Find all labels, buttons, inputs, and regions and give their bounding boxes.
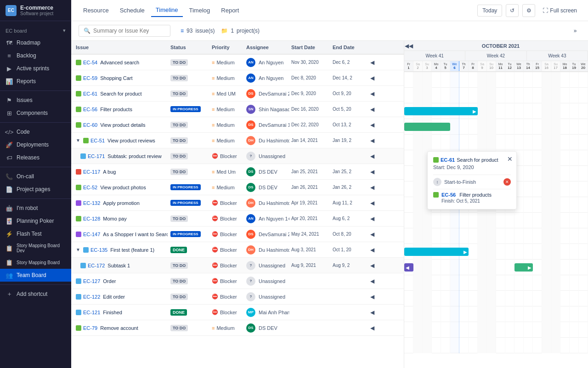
table-row: EC-52 View product photos IN PROGRESS ≡M…: [71, 180, 404, 195]
cell-expand-ec54[interactable]: ◀: [368, 59, 377, 66]
nav-report[interactable]: Report: [216, 4, 243, 17]
sidebar-item-reports[interactable]: 📊 Reports: [0, 75, 71, 88]
search-input[interactable]: [93, 28, 165, 34]
gantt-day-cell: We13: [514, 61, 524, 71]
issue-id: EC-79: [83, 325, 97, 331]
sidebar-item-backlog[interactable]: ≡ Backlog: [0, 49, 71, 62]
gantt-cell: [514, 291, 524, 306]
week41-header: Week 41: [404, 51, 465, 61]
board-section[interactable]: EC board ▾: [0, 25, 71, 36]
cell-expand-ec127[interactable]: ◀: [368, 278, 377, 284]
avatar: DH: [246, 136, 255, 145]
nav-resource[interactable]: Resource: [79, 4, 113, 17]
cell-startdate-ec122: [289, 295, 331, 299]
sidebar-item-active-sprints[interactable]: ▶ Active sprints: [0, 62, 71, 75]
sidebar-item-robot[interactable]: 🤖 I'm robot: [0, 202, 71, 215]
issue-id: EC-147: [83, 232, 100, 237]
gantt-cell: [542, 88, 551, 103]
gantt-cell: [542, 275, 551, 291]
cell-expand-ec122[interactable]: ◀: [368, 294, 377, 300]
cell-assignee-ec127: ?Unassigned: [243, 275, 289, 288]
gantt-cell: [459, 228, 469, 244]
sidebar-item-code[interactable]: </> Code: [0, 125, 71, 138]
cell-issue-ec60: EC-60 View product details: [71, 120, 168, 130]
sidebar-item-project-pages[interactable]: 📄 Project pages: [0, 183, 71, 196]
table-row: EC-117 A bug TO DO ≡Med Um DSDS DEV Jan …: [71, 164, 404, 180]
refresh-button[interactable]: ↺: [506, 4, 519, 17]
sidebar-item-deployments[interactable]: 🚀 Deployments: [0, 138, 71, 151]
gantt-bar-secondary[interactable]: ▶: [514, 263, 533, 272]
fullscreen-button[interactable]: ⛶ Full screen: [539, 6, 581, 16]
cell-expand-ec135[interactable]: ◀: [368, 247, 377, 253]
sidebar-item-team-board[interactable]: 👥 Team Board: [0, 269, 71, 282]
assignee-name: An Nguyen 1+: [259, 216, 289, 221]
cell-status-ec122: TO DO: [168, 292, 209, 302]
issue-title: Order: [103, 278, 116, 284]
cell-expand-ec56[interactable]: ◀: [368, 106, 377, 113]
cell-expand-ec61[interactable]: ◀: [368, 91, 377, 97]
gantt-row: [404, 88, 588, 103]
gantt-day-cell: Tu5: [441, 61, 450, 71]
cell-enddate-ec122: [331, 295, 368, 299]
cell-expand-ec128[interactable]: ◀: [368, 215, 377, 222]
cell-priority-ec122: ⛔Blocker: [209, 292, 243, 301]
nav-timelog[interactable]: Timelog: [185, 4, 215, 17]
gantt-cell: [524, 181, 533, 197]
releases-icon: 🏷: [6, 154, 13, 161]
sidebar-item-planning-poker[interactable]: 🃏 Planning Poker: [0, 215, 71, 227]
cell-expand-ec51[interactable]: ◀: [368, 137, 377, 144]
content-area: Issue Status Priority Assignee Start Dat…: [71, 41, 588, 368]
sidebar-item-roadmap[interactable]: 🗺 Roadmap: [0, 36, 71, 49]
sidebar-item-story-mapping-dev[interactable]: 📋 Story Mapping Board Dev: [0, 240, 71, 256]
cell-expand-ec121[interactable]: ◀: [368, 309, 377, 316]
cell-expand-ec60[interactable]: ◀: [368, 122, 377, 128]
cell-expand-ec147[interactable]: ◀: [368, 231, 377, 238]
cell-expand-ec172[interactable]: ◀: [368, 262, 377, 269]
cell-expand-ec117[interactable]: ◀: [368, 169, 377, 175]
today-button[interactable]: Today: [477, 5, 502, 17]
search-box[interactable]: 🔍: [79, 25, 170, 37]
gantt-cell: [551, 166, 560, 181]
gantt-collapse-left[interactable]: ◀◀: [404, 43, 413, 49]
cell-expand-ec132[interactable]: ◀: [368, 200, 377, 206]
gantt-bar[interactable]: ▶: [404, 248, 469, 256]
gantt-cell: [514, 135, 524, 150]
tooltip-arrow-section[interactable]: ↕ Start-to-Finish ✕: [433, 175, 511, 189]
cell-priority-ec52: ≡Medium: [209, 183, 243, 192]
sidebar-item-add-shortcut[interactable]: ＋ Add shortcut: [0, 288, 71, 300]
gantt-cell: [570, 306, 579, 322]
priority-icon: ≡: [212, 91, 215, 96]
tooltip-close-button[interactable]: ✕: [507, 155, 513, 163]
gantt-cell: [514, 103, 524, 119]
gantt-bar[interactable]: [404, 123, 450, 131]
cell-status-ec59: TO DO: [168, 73, 209, 83]
nav-timeline[interactable]: Timeline: [151, 4, 183, 17]
cell-assignee-ec51: DHDu Hashimoto: [243, 134, 289, 147]
nav-schedule[interactable]: Schedule: [115, 4, 149, 17]
tooltip-close-dep-icon[interactable]: ✕: [503, 178, 511, 186]
gantt-cell: [570, 166, 579, 181]
sidebar-item-issues[interactable]: ⚑ Issues: [0, 94, 71, 107]
sidebar-item-flash-test[interactable]: ⚡ Flash Test: [0, 227, 71, 240]
sidebar-item-releases[interactable]: 🏷 Releases: [0, 151, 71, 164]
gantt-cell: [441, 291, 450, 306]
cell-expand-ec171[interactable]: ◀: [368, 153, 377, 159]
status-badge: TO DO: [170, 215, 188, 222]
settings-button[interactable]: ⚙: [522, 4, 535, 17]
gantt-bar[interactable]: ▶: [404, 107, 478, 115]
sidebar-item-story-mapping[interactable]: 📋 Story Mapping Board: [0, 256, 71, 269]
gantt-cell: [441, 322, 450, 338]
cell-expand-ec79[interactable]: ◀: [368, 325, 377, 331]
sidebar-item-components[interactable]: ⊞ Components: [0, 107, 71, 119]
row-expand-icon[interactable]: ▼: [76, 138, 80, 143]
gantt-cell: [542, 135, 551, 150]
avatar: DS: [246, 183, 255, 192]
row-expand-icon[interactable]: ▼: [76, 247, 80, 252]
gantt-cell: [432, 135, 441, 150]
priority-icon: ⛔: [212, 153, 218, 159]
cell-expand-ec52[interactable]: ◀: [368, 184, 377, 191]
sidebar-item-on-call[interactable]: 📞 On-call: [0, 170, 71, 183]
cell-expand-ec59[interactable]: ◀: [368, 75, 377, 81]
expand-panel-button[interactable]: »: [570, 25, 581, 36]
gantt-bar[interactable]: ◀: [404, 263, 413, 272]
